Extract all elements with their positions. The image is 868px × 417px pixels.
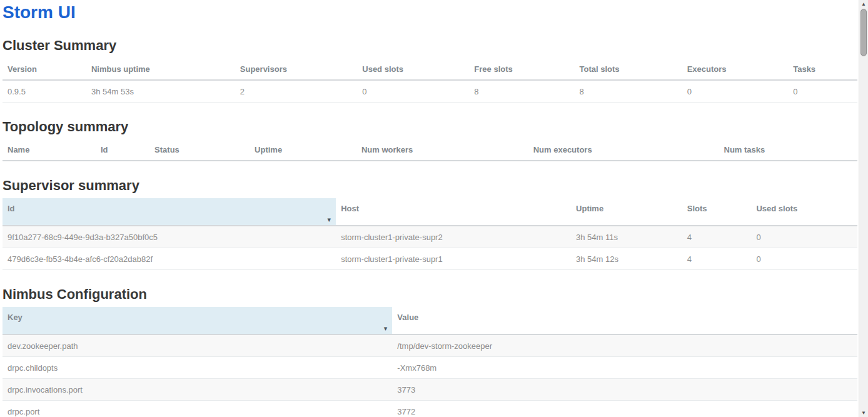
cell-tasks: 0 <box>788 80 857 103</box>
table-row: drpc.childopts -Xmx768m <box>3 357 857 379</box>
column-header-uptime: Uptime <box>250 139 356 161</box>
vertical-scrollbar[interactable]: ▲ ▼ <box>859 0 868 417</box>
cluster-header-row: Version Nimbus uptime Supervisors Used s… <box>3 59 857 80</box>
cell-total-slots: 8 <box>574 80 682 103</box>
column-header-slots[interactable]: Slots <box>682 198 752 226</box>
scrollbar-thumb[interactable] <box>860 9 867 56</box>
column-header-used-slots: Used slots <box>357 59 469 80</box>
cell-config-value: /tmp/dev-storm-zookeeper <box>392 334 857 357</box>
cell-used-slots: 0 <box>751 226 857 248</box>
table-row: drpc.invocations.port 3773 <box>3 379 857 401</box>
column-header-nimbus-uptime: Nimbus uptime <box>86 59 235 80</box>
column-header-key[interactable]: Key ▾ <box>3 307 392 334</box>
table-row: 0.9.5 3h 54m 53s 2 0 8 8 0 0 <box>3 80 857 103</box>
nimbus-configuration-table: Key ▾ Value dev.zookeeper.path /tmp/dev-… <box>3 307 857 417</box>
column-header-supervisor-id[interactable]: Id ▾ <box>3 198 336 226</box>
cell-host: storm-cluster1-private-supr1 <box>336 248 571 269</box>
cell-used-slots: 0 <box>751 248 857 269</box>
table-row: 9f10a277-68c9-449e-9d3a-b327a50bf0c5 sto… <box>3 226 857 248</box>
topology-summary-table: Name Id Status Uptime Num workers Num ex… <box>3 139 857 161</box>
supervisor-header-row: Id ▾ Host Uptime Slots Used slots <box>3 198 857 226</box>
cell-host: storm-cluster1-private-supr2 <box>336 226 571 248</box>
scrollbar-down-button[interactable]: ▼ <box>859 409 868 417</box>
cell-version: 0.9.5 <box>3 80 86 103</box>
cell-executors: 0 <box>682 80 789 103</box>
cell-config-value: -Xmx768m <box>392 357 857 379</box>
cell-config-key: drpc.invocations.port <box>3 379 392 401</box>
topology-header-row: Name Id Status Uptime Num workers Num ex… <box>3 139 857 161</box>
column-header-supervisor-used-slots[interactable]: Used slots <box>751 198 857 226</box>
main-content: Storm UI Cluster Summary Version Nimbus … <box>3 3 857 417</box>
cell-supervisor-id: 479d6c3e-fb53-4b4e-afc6-cf20a2dab82f <box>3 248 336 269</box>
table-row: dev.zookeeper.path /tmp/dev-storm-zookee… <box>3 334 857 357</box>
scroll-up-icon: ▲ <box>861 1 866 7</box>
table-row: 479d6c3e-fb53-4b4e-afc6-cf20a2dab82f sto… <box>3 248 857 269</box>
cell-uptime: 3h 54m 11s <box>571 226 682 248</box>
scrollbar-up-button[interactable]: ▲ <box>859 0 868 8</box>
cluster-summary-heading: Cluster Summary <box>3 38 857 53</box>
column-header-executors: Executors <box>682 59 789 80</box>
column-header-id: Id <box>96 139 149 161</box>
cell-slots: 4 <box>682 226 752 248</box>
cell-config-key: drpc.port <box>3 401 392 417</box>
column-header-free-slots: Free slots <box>469 59 574 80</box>
column-header-num-workers: Num workers <box>356 139 528 161</box>
cell-uptime: 3h 54m 12s <box>571 248 682 269</box>
column-header-num-executors: Num executors <box>528 139 719 161</box>
column-header-name: Name <box>3 139 96 161</box>
column-header-tasks: Tasks <box>788 59 857 80</box>
column-header-supervisors: Supervisors <box>235 59 357 80</box>
supervisor-summary-table: Id ▾ Host Uptime Slots Used slots 9f10a2… <box>3 198 857 270</box>
column-header-value[interactable]: Value <box>392 307 857 334</box>
scroll-down-icon: ▼ <box>861 410 866 416</box>
sort-caret-icon: ▾ <box>384 325 388 332</box>
column-header-status: Status <box>149 139 250 161</box>
nimbus-configuration-heading: Nimbus Configuration <box>3 287 857 302</box>
supervisor-summary-heading: Supervisor summary <box>3 178 857 193</box>
table-row: drpc.port 3772 <box>3 401 857 417</box>
cell-supervisor-id: 9f10a277-68c9-449e-9d3a-b327a50bf0c5 <box>3 226 336 248</box>
cell-config-key: drpc.childopts <box>3 357 392 379</box>
column-header-version: Version <box>3 59 86 80</box>
sort-caret-icon: ▾ <box>328 216 331 223</box>
column-header-total-slots: Total slots <box>574 59 682 80</box>
cell-slots: 4 <box>682 248 752 269</box>
cell-nimbus-uptime: 3h 54m 53s <box>86 80 235 103</box>
config-header-row: Key ▾ Value <box>3 307 857 334</box>
cell-supervisors: 2 <box>235 80 357 103</box>
cell-config-value: 3772 <box>392 401 857 417</box>
topology-summary-heading: Topology summary <box>3 119 857 134</box>
cell-config-value: 3773 <box>392 379 857 401</box>
column-header-label: Key <box>8 313 23 322</box>
column-header-host[interactable]: Host <box>336 198 571 226</box>
cell-config-key: dev.zookeeper.path <box>3 334 392 357</box>
cluster-summary-table: Version Nimbus uptime Supervisors Used s… <box>3 59 857 103</box>
column-header-label: Id <box>8 204 15 213</box>
storm-ui-title-link[interactable]: Storm UI <box>3 3 857 21</box>
column-header-num-tasks: Num tasks <box>719 139 857 161</box>
column-header-supervisor-uptime[interactable]: Uptime <box>571 198 682 226</box>
cell-used-slots: 0 <box>357 80 469 103</box>
cell-free-slots: 8 <box>469 80 574 103</box>
